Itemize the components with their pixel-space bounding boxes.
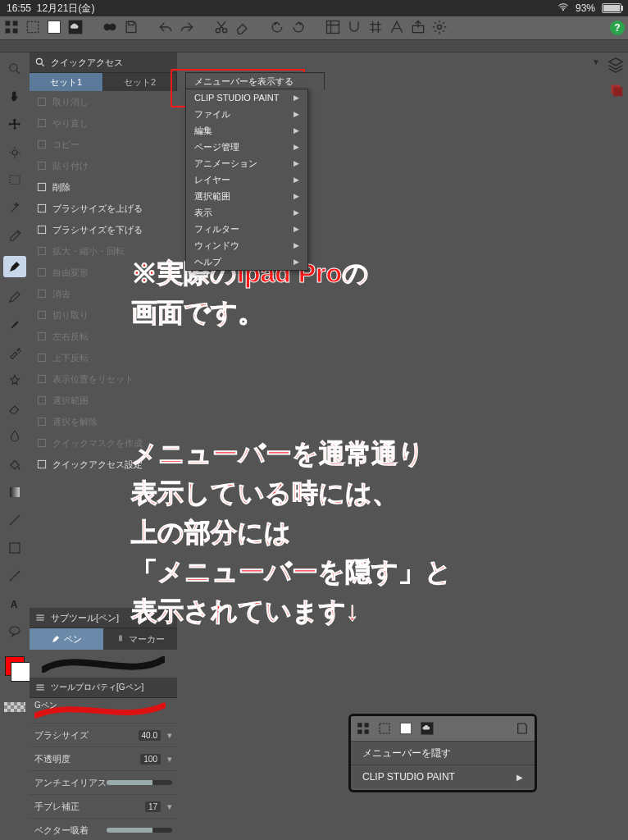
chevron-down-icon[interactable]: ▾ (167, 730, 172, 741)
eraser-tool-icon[interactable] (7, 400, 23, 417)
chevron-down-icon[interactable]: ▾ (167, 801, 172, 812)
qa-item[interactable]: ブラシサイズを下げる (30, 219, 177, 240)
line-tool-icon[interactable] (7, 512, 23, 528)
pen-tool-icon[interactable] (3, 256, 26, 277)
property-value[interactable]: 100 (140, 754, 161, 765)
balloon-tool-icon[interactable] (7, 623, 23, 640)
property-value[interactable]: 17 (145, 801, 161, 812)
menu-show-menubar[interactable]: メニューバーを表示する (185, 72, 325, 89)
menu-item[interactable]: ページ管理▶ (186, 139, 307, 155)
blend-tool-icon[interactable] (7, 428, 23, 445)
canvas-icon[interactable] (46, 19, 62, 38)
qa-tab-set2[interactable]: セット2 (103, 73, 177, 91)
rulers-icon[interactable] (325, 19, 341, 38)
rotate-right-icon[interactable] (290, 19, 307, 38)
canvas-icon (398, 721, 413, 736)
subtool-tab-pen[interactable]: ペン (30, 628, 103, 650)
erase-icon[interactable] (234, 19, 251, 38)
layers-stack-icon[interactable] (607, 80, 625, 98)
operation-tool-icon[interactable] (7, 144, 23, 161)
grid-icon[interactable] (367, 19, 384, 38)
wand-tool-icon[interactable] (7, 200, 23, 217)
qa-item[interactable]: ブラシサイズを上げる (30, 198, 177, 219)
background-color-swatch[interactable] (11, 662, 30, 682)
menu-item[interactable]: アニメーション▶ (186, 155, 307, 171)
property-label: アンチエイリアス (34, 777, 107, 789)
svg-rect-50 (357, 723, 362, 727)
pencil-tool-icon[interactable] (7, 289, 23, 305)
qa-item[interactable]: コピー (30, 134, 177, 155)
transparent-swatch[interactable] (4, 702, 25, 712)
snap-icon[interactable] (346, 19, 362, 38)
undo-icon[interactable] (157, 19, 174, 38)
left-tool-column: A (0, 52, 30, 840)
menu-item[interactable]: CLIP STUDIO PAINT▶ (186, 89, 307, 106)
menu-item[interactable]: 表示▶ (186, 204, 307, 221)
property-row[interactable]: ベクター吸着 (30, 818, 177, 840)
menu-item[interactable]: ウィンドウ▶ (186, 237, 307, 253)
perspective-icon[interactable] (389, 19, 405, 38)
property-row[interactable]: 不透明度100▾ (30, 746, 177, 770)
rect-select-icon[interactable] (25, 19, 41, 38)
qa-item[interactable]: やり直し (30, 112, 177, 134)
property-row[interactable]: アンチエイリアス (30, 770, 177, 794)
property-slider[interactable] (107, 828, 172, 833)
right-edge-column (603, 52, 628, 840)
gradient-tool-icon[interactable] (7, 484, 23, 500)
svg-rect-3 (13, 28, 18, 33)
property-row[interactable]: 手ブレ補正17▾ (30, 794, 177, 818)
text-tool-icon[interactable]: A (7, 596, 23, 612)
ruler-tool-icon[interactable] (7, 568, 23, 584)
airbrush-tool-icon[interactable] (7, 345, 23, 361)
quick-access-header[interactable]: クイックアクセス (30, 52, 177, 73)
magnifier-tool-icon[interactable] (7, 61, 23, 77)
menu-item[interactable]: ヘルプ▶ (186, 253, 307, 270)
property-value[interactable]: 40.0 (139, 730, 161, 741)
move-tool-icon[interactable] (7, 116, 23, 133)
grid-menu-icon[interactable] (3, 19, 20, 38)
qa-item[interactable]: 削除 (30, 176, 177, 198)
panel-collapse-icon[interactable]: ▼ (592, 57, 600, 66)
property-row[interactable]: ブラシサイズ40.0▾ (30, 723, 177, 746)
svg-rect-55 (400, 723, 412, 734)
layers-icon[interactable] (607, 56, 625, 74)
qa-item[interactable]: 選択範囲 (30, 390, 177, 411)
subtool-tab-marker[interactable]: マーカー (103, 628, 177, 650)
menu-item[interactable]: ファイル▶ (186, 106, 307, 122)
qa-item[interactable]: 上下反転 (30, 347, 177, 368)
menu-item[interactable]: レイヤー▶ (186, 171, 307, 188)
foreground-color-swatch[interactable] (5, 656, 25, 676)
menu-item[interactable]: 選択範囲▶ (186, 188, 307, 204)
rect-select-icon (377, 721, 392, 736)
share-icon[interactable] (410, 19, 426, 38)
rotate-left-icon[interactable] (269, 19, 285, 38)
qa-tab-set1[interactable]: セット1 (30, 73, 103, 91)
shape-tool-icon[interactable] (7, 540, 23, 556)
menu-item[interactable]: フィルター▶ (186, 221, 307, 237)
decoration-tool-icon[interactable] (7, 372, 23, 389)
lasso-tool-icon[interactable] (7, 172, 23, 189)
qa-item-icon (36, 181, 48, 193)
brush-cloud-icon[interactable] (67, 19, 84, 38)
menu-item[interactable]: 編集▶ (186, 122, 307, 139)
logo-icon[interactable] (102, 19, 118, 38)
fill-tool-icon[interactable] (7, 456, 23, 472)
chevron-down-icon[interactable]: ▾ (167, 754, 172, 765)
cut-icon[interactable] (213, 19, 230, 38)
gear-icon[interactable] (431, 19, 448, 38)
tool-property-header[interactable]: ツールプロパティ[Gペン] (30, 678, 177, 698)
brush-tool-icon[interactable] (7, 317, 23, 333)
qa-item[interactable]: 表示位置をリセット (30, 368, 177, 390)
save-icon[interactable] (123, 19, 139, 38)
qa-item[interactable]: 取り消し (30, 91, 177, 112)
qa-item-icon (36, 203, 48, 214)
qa-item[interactable]: 選択を解除 (30, 411, 177, 432)
menu-item-label: CLIP STUDIO PAINT (194, 93, 280, 103)
redo-icon[interactable] (179, 19, 195, 38)
qa-item[interactable]: 貼り付け (30, 155, 177, 176)
svg-rect-47 (36, 685, 43, 686)
help-icon[interactable]: ? (610, 21, 625, 35)
hand-tool-icon[interactable] (7, 89, 23, 105)
property-slider[interactable] (107, 780, 172, 785)
eyedropper-tool-icon[interactable] (7, 228, 23, 244)
